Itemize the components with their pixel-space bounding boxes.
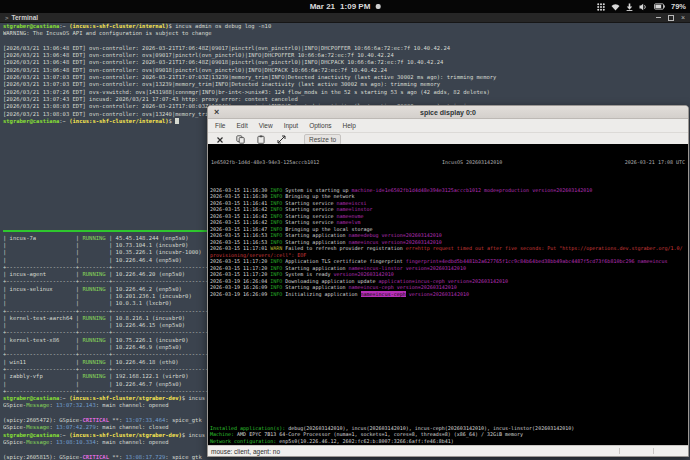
- spice-statusbar: mouse: client, agent: no: [208, 445, 688, 456]
- clock-time: 1:09 PM: [340, 2, 370, 11]
- machine-uuid: 1e6502fb-1d4d-48e3-94e3-125acccb1012: [211, 159, 319, 166]
- terminal-line: [2026/03/21 13:06:48 EDT] ovn-controller…: [3, 52, 690, 59]
- spice-menubar: File Edit View Input Options Help: [208, 119, 688, 133]
- menu-file[interactable]: File: [215, 122, 225, 129]
- volume-icon[interactable]: [639, 3, 648, 11]
- terminal-title: Terminal: [12, 14, 39, 21]
- terminal-line: [2026/03/21 13:06:48 EDT] ovn-controller…: [3, 59, 690, 66]
- copy-icon[interactable]: [236, 135, 245, 144]
- terminal-line: stgraber@castiana:~ (incus:s-shf-cluster…: [3, 23, 690, 30]
- close-icon[interactable]: [216, 136, 224, 144]
- console-status-block: Installed application(s): debug(20260314…: [210, 425, 574, 445]
- terminal-line: [2026/03/21 13:07:26 EDT] ovs-vswitchd: …: [3, 89, 690, 96]
- terminal-line: [2026/03/21 13:07:43 EDT] incusd: 2026/0…: [3, 96, 690, 103]
- spice-titlebar[interactable]: × spice display 0:0: [208, 106, 688, 119]
- console-line: 2026-03-19 16:26:09 INFO Initializing ap…: [210, 291, 688, 298]
- battery-percent: 79%: [671, 2, 686, 11]
- notification-dot-icon: [375, 4, 380, 9]
- console-log: 2026-03-15 11:16:30 INFO System is start…: [210, 187, 688, 298]
- console-status-line: Network configuration: enp5s0(10.226.46.…: [210, 438, 574, 445]
- terminal-line: [2026/03/21 13:06:48 EDT] ovn-controller…: [3, 67, 690, 74]
- spice-window-title: spice display 0:0: [208, 106, 688, 118]
- system-tray[interactable]: 79%: [597, 0, 686, 13]
- statusbar-separator: [619, 448, 620, 454]
- wifi-icon[interactable]: [611, 3, 620, 11]
- paste-icon[interactable]: [257, 135, 265, 144]
- menu-view[interactable]: View: [259, 122, 273, 129]
- menu-help[interactable]: Help: [343, 122, 356, 129]
- utc-clock: 2026-03-21 17:08 UTC: [625, 159, 685, 166]
- close-button[interactable]: ×: [681, 14, 685, 21]
- terminal-line: [3, 38, 690, 45]
- terminal-line: WARNING: The IncusOS API and configurati…: [3, 30, 690, 37]
- menu-input[interactable]: Input: [284, 122, 298, 129]
- terminal-titlebar[interactable]: > Terminal ×: [0, 13, 690, 23]
- os-version: IncusOS 202603142010: [442, 159, 502, 166]
- desktop: Mar 21 1:09 PM 79% > Terminal × stgraber…: [0, 0, 690, 460]
- top-bar: Mar 21 1:09 PM 79%: [0, 0, 690, 13]
- spice-window: × spice display 0:0 File Edit View Input…: [207, 105, 689, 457]
- console-header: 1e6502fb-1d4d-48e3-94e3-125acccb1012 Inc…: [208, 157, 688, 166]
- menu-edit[interactable]: Edit: [236, 122, 247, 129]
- battery-icon[interactable]: [654, 3, 665, 10]
- prompt-chevron-icon: >: [5, 15, 9, 21]
- terminal-line: [2026/03/21 13:07:03 EDT] ovn-controller…: [3, 74, 690, 81]
- apps-grid-icon[interactable]: [597, 3, 605, 11]
- menu-options[interactable]: Options: [309, 122, 331, 129]
- mouse-agent-status: mouse: client, agent: no: [211, 448, 280, 455]
- restore-button[interactable]: [668, 15, 674, 21]
- fullscreen-icon[interactable]: [277, 135, 286, 144]
- minimize-button[interactable]: [656, 17, 661, 18]
- statusbar-separator: [653, 448, 654, 454]
- spice-console-display[interactable]: 1e6502fb-1d4d-48e3-94e3-125acccb1012 Inc…: [208, 144, 688, 447]
- terminal-line: [2026/03/21 13:06:48 EDT] ovn-controller…: [3, 45, 690, 52]
- clock-button[interactable]: Mar 21 1:09 PM: [310, 0, 381, 13]
- terminal-line: [2026/03/21 13:07:03 EDT] ovn-controller…: [3, 81, 690, 88]
- download-icon[interactable]: [626, 3, 633, 11]
- clock-date: Mar 21: [310, 2, 335, 11]
